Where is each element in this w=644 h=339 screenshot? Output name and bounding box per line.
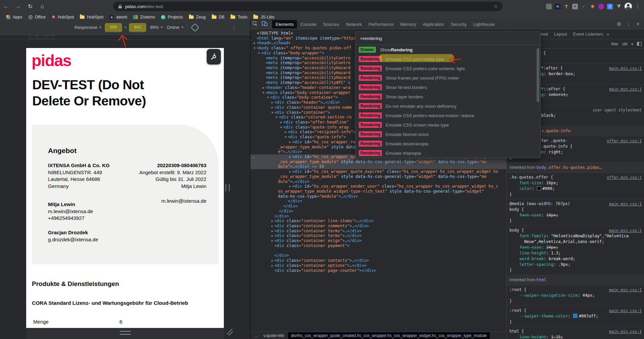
device-toolbar-menu-icon[interactable]: ⋮ xyxy=(232,24,237,30)
stylesheet-link[interactable]: main.min.css:1 xyxy=(609,287,642,293)
home-button[interactable]: ⌂ xyxy=(36,3,48,10)
tab-performance[interactable]: Performance xyxy=(365,20,397,29)
device-width-input[interactable]: 595 xyxy=(106,23,121,31)
dom-line[interactable]: data-hs-cos-type="module">…</div> xyxy=(250,194,506,199)
color-swatch[interactable] xyxy=(537,186,541,190)
sidebar-tab-event-listeners[interactable]: Event Listeners xyxy=(570,30,606,38)
palette-item[interactable]: RenderingEmulate blurred vision xyxy=(355,130,540,139)
back-button[interactable]: ← xyxy=(0,3,12,10)
hubspot-preview-button[interactable] xyxy=(207,49,221,64)
toggle-device-toolbar-icon[interactable] xyxy=(260,21,269,28)
palette-item[interactable]: RenderingShow hit-test borders xyxy=(355,83,540,92)
dom-line[interactable]: ▶<div class="container terms">…</div> xyxy=(250,229,506,234)
command-input[interactable]: >rendering xyxy=(355,32,540,45)
bookmark-tools[interactable]: Tools xyxy=(228,14,250,20)
dom-line[interactable]: <div class="container page-counter"></di… xyxy=(250,268,506,273)
palette-item[interactable]: RenderingShow frames per second (FPS) me… xyxy=(355,73,540,83)
palette-item[interactable]: DrawerShow Rendering xyxy=(355,45,540,54)
dom-line[interactable] xyxy=(250,248,506,253)
camera-icon[interactable]: ● xyxy=(572,4,578,9)
palette-scrollbar[interactable] xyxy=(537,48,539,102)
css-rule[interactable]: main.min.css:1:root {--swiper-theme-colo… xyxy=(507,306,644,327)
tab-memory[interactable]: Memory xyxy=(397,20,419,29)
css-rule[interactable]: offer.min.css:1.hs-quotes.offer {font-si… xyxy=(507,173,644,199)
dom-line[interactable]: </div> xyxy=(250,214,506,219)
breadcrumb-overflow[interactable]: … xyxy=(254,333,259,338)
bookmark-star-icon[interactable]: ☆ xyxy=(494,3,498,9)
dom-line[interactable]: </div> xyxy=(250,199,506,204)
inspect-element-icon[interactable] xyxy=(250,21,260,28)
extension-t-icon[interactable]: T xyxy=(563,4,569,9)
bookmark-hubspot[interactable]: ✱HubSpot xyxy=(49,14,77,20)
bookmark-apps[interactable]: Apps xyxy=(3,14,26,20)
stylesheet-link[interactable]: offer.min.css:1 xyxy=(607,175,642,181)
network-throttle-dropdown[interactable]: Online▼ xyxy=(167,25,184,30)
bookmark-office[interactable]: Office xyxy=(26,14,49,20)
resize-handle-horizontal[interactable] xyxy=(120,331,131,335)
css-rule[interactable]: main.min.css:1body {font-family: "Helvet… xyxy=(507,226,644,275)
address-bar[interactable]: pidas.com/dev-test ☆ xyxy=(113,2,502,11)
close-devtools-icon[interactable]: × xyxy=(634,21,642,27)
zoom-dropdown[interactable]: 99%▼ xyxy=(150,25,163,30)
dom-line[interactable]: ▶<div class="container terms">…</div> xyxy=(250,233,506,238)
bookmark-zistemo[interactable]: Zistemo xyxy=(130,14,158,20)
palette-item[interactable]: RenderingEmulate CSS prefers-color-schem… xyxy=(355,64,540,73)
sidebar-tabs-overflow[interactable]: » xyxy=(607,32,609,37)
css-rule[interactable]: main.min.css:1@media (max-width: 767px)b… xyxy=(507,199,644,226)
purple-extension-icon[interactable] xyxy=(598,4,604,9)
device-height-input[interactable]: 842 xyxy=(130,23,145,31)
tab-security[interactable]: Security xyxy=(447,20,470,29)
palette-item[interactable]: RenderingEmulate CSS screen media type xyxy=(355,120,540,130)
css-rule[interactable]: main.min.css:1:root {--swiper-navigation… xyxy=(507,285,644,306)
dropper-icon[interactable]: ⁄ xyxy=(581,4,587,9)
tab-lighthouse[interactable]: Lighthouse xyxy=(470,20,498,29)
dom-line[interactable]: ▶<div class="container esign">…</div> xyxy=(250,238,506,243)
color-swatch[interactable] xyxy=(573,314,577,318)
blue-extension-icon[interactable]: B xyxy=(607,4,613,9)
reload-button[interactable]: ↻ xyxy=(24,3,36,10)
dom-line[interactable]: ▶<div class="container comments">…</div> xyxy=(250,224,506,229)
rotate-device-icon[interactable] xyxy=(191,23,199,32)
devtools-menu-icon[interactable]: ⋮ xyxy=(625,21,633,27)
tab-network[interactable]: Network xyxy=(343,20,365,29)
stylesheet-link[interactable]: main.min.css:1 xyxy=(609,228,642,234)
hubspot-extension-icon[interactable]: ✱ xyxy=(590,4,595,9)
dom-line[interactable]: ▶<div class="container options">…</div> xyxy=(250,263,506,268)
extension-x-icon[interactable]: X| xyxy=(555,4,560,9)
extension-icon[interactable] xyxy=(546,4,552,9)
dom-line[interactable]: ▶<div class="container line-items">…</di… xyxy=(250,219,506,224)
tab-sources[interactable]: Sources xyxy=(320,20,343,29)
breadcrumb-parent[interactable]: v.quote-info xyxy=(263,333,284,338)
dom-line[interactable]: _cos_wrapper_type_module" style data-hs-… xyxy=(250,174,506,179)
tab-elements[interactable]: Elements xyxy=(272,20,297,29)
drawer-resize-grip[interactable] xyxy=(226,184,230,191)
palette-item[interactable]: RenderingDo not emulate any vision defic… xyxy=(355,101,540,111)
tab-console[interactable]: Console xyxy=(297,20,320,29)
stylesheet-link[interactable]: main.min.css:1 xyxy=(609,66,642,71)
dom-line[interactable]: ▶<div id="hs_cos_wrapper_quote_expires" … xyxy=(250,169,506,174)
breadcrumb-selected[interactable]: div#hs_cos_wrapper_quote_created.hs_cos_… xyxy=(288,332,490,339)
dom-line[interactable]: dule">…</div> xyxy=(250,179,506,184)
sidebar-layout-icon[interactable] xyxy=(637,42,642,46)
bookmark-hubspot[interactable]: HubSpot xyxy=(77,14,106,20)
bookmark-db[interactable]: DB xyxy=(209,14,228,20)
dom-line[interactable]: os_wrapper_type_module widget-type-rich_… xyxy=(250,189,506,194)
dom-line[interactable]: ▶<div id="hs_cos_wrapper_sender_user" cl… xyxy=(250,184,506,189)
dom-line[interactable]: dule">…</div> == $0 xyxy=(250,164,506,169)
dom-line[interactable]: _cos_wrapper_type_module" style data-hs-… xyxy=(250,159,506,164)
stylesheet-link[interactable]: main.min.css:1 xyxy=(609,201,642,207)
tab-application[interactable]: Application xyxy=(419,20,448,29)
forward-button[interactable]: → xyxy=(12,3,24,10)
sidebar-tab-layout[interactable]: Layout xyxy=(551,30,570,38)
stylesheet-link[interactable]: main.min.css:1 xyxy=(609,87,642,92)
palette-item[interactable]: RenderingEmulate CSS print media type xyxy=(355,54,540,64)
dom-line[interactable]: ▶<div class="container contacts">…</div> xyxy=(250,258,506,263)
filter-chip-hov[interactable]: :hov xyxy=(610,42,618,46)
css-rule[interactable]: main.min.css:1html {line-height: 1.15;-w… xyxy=(507,327,644,339)
palette-item[interactable]: RenderingShow layer borders xyxy=(355,92,540,101)
browser-menu-icon[interactable]: ⋮ xyxy=(635,4,641,9)
stylesheet-link[interactable]: offer.min.css:1 xyxy=(607,138,642,144)
profile-avatar[interactable] xyxy=(625,3,632,10)
palette-item[interactable]: RenderingEmulate CSS prefers-reduced-mot… xyxy=(355,111,540,120)
bookmark-awork[interactable]: aawork xyxy=(106,14,130,20)
